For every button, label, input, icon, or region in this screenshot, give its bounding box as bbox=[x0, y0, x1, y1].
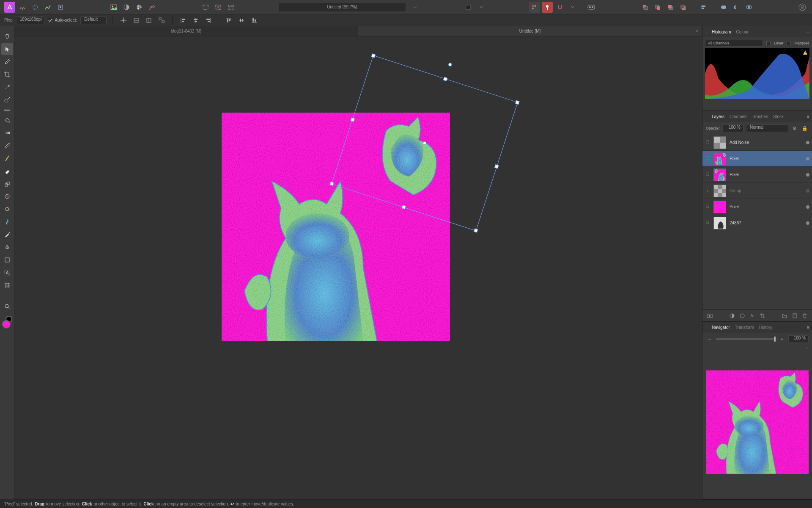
histogram-channel-dropdown[interactable]: All Channels bbox=[705, 40, 763, 47]
erase-tool[interactable] bbox=[1, 165, 13, 177]
layer-row[interactable]: ⠿Add Noise bbox=[702, 135, 812, 151]
persona-liquify-icon[interactable] bbox=[17, 2, 28, 13]
color-picker-tool[interactable] bbox=[1, 56, 13, 68]
layer-row[interactable]: ⠿Pixel bbox=[702, 167, 812, 183]
dodge-tool[interactable] bbox=[1, 203, 13, 215]
tab-layers[interactable]: Layers bbox=[712, 114, 724, 119]
tab-histogram[interactable]: Histogram bbox=[712, 30, 731, 34]
align-top-icon[interactable] bbox=[224, 16, 233, 25]
tab-stock[interactable]: Stock bbox=[773, 114, 784, 119]
align-left-icon[interactable] bbox=[178, 16, 188, 25]
align-center-h-icon[interactable] bbox=[191, 16, 200, 25]
arrange-backward-icon[interactable] bbox=[652, 2, 663, 13]
selection-invert-icon[interactable] bbox=[225, 2, 236, 13]
tab-colour[interactable]: Colour bbox=[736, 30, 749, 34]
group-icon[interactable] bbox=[781, 312, 788, 320]
arrange-front-icon[interactable] bbox=[678, 2, 689, 13]
align-bottom-icon[interactable] bbox=[250, 16, 259, 25]
hide-transform-icon[interactable] bbox=[144, 16, 154, 25]
arrange-forward-icon[interactable] bbox=[665, 2, 676, 13]
color-swatches[interactable] bbox=[2, 316, 12, 329]
panel-menu-icon[interactable]: ≡ bbox=[807, 29, 809, 34]
align-center-v-icon[interactable] bbox=[237, 16, 246, 25]
fx-text-icon[interactable]: fx bbox=[749, 312, 756, 320]
layer-row[interactable]: ⠿24867 bbox=[702, 215, 812, 231]
mask-layer-icon[interactable] bbox=[706, 312, 713, 320]
wand-tool[interactable] bbox=[1, 81, 13, 93]
selection-deselect-icon[interactable] bbox=[213, 2, 224, 13]
persona-export-icon[interactable] bbox=[55, 2, 66, 13]
bg-dropdown-icon[interactable] bbox=[476, 2, 487, 13]
snap-magnet-icon[interactable] bbox=[554, 2, 565, 13]
delete-layer-icon[interactable] bbox=[801, 312, 809, 320]
zoom-field[interactable]: 100 % bbox=[788, 335, 809, 343]
panel-grip-icon[interactable]: ⦙ bbox=[706, 29, 707, 35]
layer-visibility-icon[interactable]: ⠿ bbox=[705, 156, 710, 161]
vr-preview-icon[interactable] bbox=[586, 2, 597, 13]
selection-all-icon[interactable] bbox=[200, 2, 211, 13]
snap-grid-icon[interactable] bbox=[529, 2, 540, 13]
auto-select-checkbox[interactable]: Auto-select: bbox=[48, 18, 77, 23]
auto-select-dropdown[interactable]: Default bbox=[80, 17, 107, 24]
account-icon[interactable] bbox=[797, 2, 808, 13]
retouch-tool[interactable] bbox=[1, 229, 13, 240]
resolution-field[interactable]: 189x168dpi bbox=[17, 17, 45, 24]
app-logo[interactable] bbox=[4, 2, 15, 13]
smudge-tool[interactable] bbox=[1, 216, 13, 228]
persona-tone-icon[interactable] bbox=[42, 2, 53, 13]
document-tab-1[interactable]: blog01-0402 [M] bbox=[14, 26, 358, 36]
layer-visibility-icon[interactable]: ⠿ bbox=[705, 221, 710, 226]
zoom-tool[interactable] bbox=[1, 301, 13, 312]
mesh-tool[interactable] bbox=[1, 279, 13, 291]
snap-dropdown-icon[interactable] bbox=[567, 2, 578, 13]
bg-color-picker[interactable] bbox=[463, 2, 474, 13]
tab-brushes[interactable]: Brushes bbox=[752, 114, 768, 119]
panel-menu-icon[interactable]: ≡ bbox=[807, 325, 809, 330]
clone-tool[interactable] bbox=[1, 178, 13, 190]
flood-fill-tool[interactable] bbox=[1, 114, 13, 126]
tab-navigator[interactable]: Navigator bbox=[712, 325, 730, 330]
layer-visibility-icon[interactable]: ⠿ bbox=[705, 172, 710, 177]
close-tab-icon[interactable]: × bbox=[696, 29, 698, 33]
contrast-icon[interactable] bbox=[121, 2, 132, 13]
snap-pin-icon[interactable] bbox=[542, 2, 553, 13]
selection-brush-tool[interactable] bbox=[1, 94, 13, 106]
zoom-in-icon[interactable]: + bbox=[778, 335, 786, 343]
bool-intersect-icon[interactable] bbox=[743, 2, 754, 13]
no-auto-icon[interactable] bbox=[146, 2, 157, 13]
zoom-out-icon[interactable]: − bbox=[706, 335, 713, 343]
adjustment-icon[interactable] bbox=[728, 312, 736, 320]
hand-tool[interactable] bbox=[1, 30, 13, 42]
show-transform-icon[interactable] bbox=[132, 16, 141, 25]
chevron-right-icon[interactable]: › bbox=[705, 188, 710, 193]
cycle-transform-icon[interactable] bbox=[157, 16, 166, 25]
pen-tool[interactable] bbox=[1, 241, 13, 253]
tab-channels[interactable]: Channels bbox=[730, 114, 747, 119]
shape-tool[interactable] bbox=[1, 254, 13, 266]
nav-options-icon[interactable]: ⌵ bbox=[806, 345, 809, 350]
canvas[interactable] bbox=[14, 36, 702, 500]
tab-transform[interactable]: Transform bbox=[735, 325, 754, 330]
layer-row[interactable]: ›Group bbox=[702, 183, 812, 199]
paint-brush-tool[interactable] bbox=[1, 140, 13, 152]
crop-tool[interactable] bbox=[1, 69, 13, 80]
layer-row[interactable]: ⠿Pixel bbox=[702, 151, 812, 167]
tab-history[interactable]: History bbox=[759, 325, 772, 330]
color-wheel-icon[interactable] bbox=[134, 2, 145, 13]
move-tool[interactable] bbox=[1, 43, 13, 55]
fx-layer-icon[interactable] bbox=[738, 312, 746, 320]
transform-origin-icon[interactable] bbox=[119, 16, 128, 25]
arrange-back-icon[interactable] bbox=[639, 2, 650, 13]
histogram-layer-checkbox[interactable] bbox=[766, 41, 771, 45]
text-tool[interactable]: A bbox=[1, 267, 13, 279]
layer-visibility-icon[interactable]: ⠿ bbox=[705, 140, 710, 145]
navigator-preview[interactable] bbox=[706, 369, 809, 475]
panel-grip-icon[interactable]: ⦙ bbox=[706, 325, 707, 330]
doc-menu-icon[interactable] bbox=[410, 2, 421, 13]
layer-cog-icon[interactable]: ⚙ bbox=[791, 124, 798, 132]
document-tab-2[interactable]: Untitled [M]× bbox=[358, 26, 702, 36]
paint-mixer-tool[interactable] bbox=[1, 152, 13, 164]
layer-lock-icon[interactable]: 🔒 bbox=[801, 124, 809, 132]
align-right-icon[interactable] bbox=[204, 16, 213, 25]
bool-add-icon[interactable] bbox=[718, 2, 729, 13]
